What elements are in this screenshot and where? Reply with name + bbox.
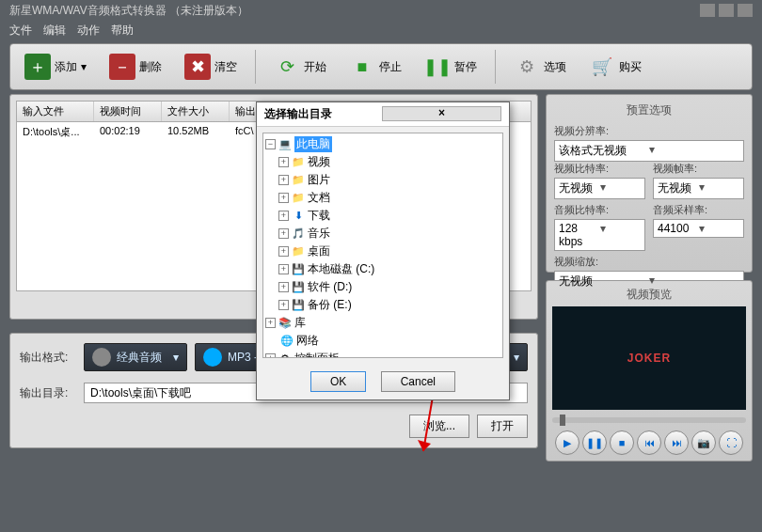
preview-panel: 视频预览 JOKER ▶ ❚❚ ■ ⏮ ⏭ 📷 ⛶ bbox=[546, 280, 753, 462]
progress-slider[interactable] bbox=[552, 417, 746, 423]
tree-node-pictures[interactable]: +📁图片 bbox=[265, 171, 500, 189]
clear-button[interactable]: ✖清空 bbox=[176, 49, 246, 85]
tree-node-video[interactable]: +📁视频 bbox=[265, 153, 500, 171]
disc-icon bbox=[92, 348, 111, 367]
col-duration[interactable]: 视频时间 bbox=[94, 102, 162, 121]
tree-node-music[interactable]: +🎵音乐 bbox=[265, 225, 500, 243]
browse-button[interactable]: 浏览... bbox=[409, 415, 469, 438]
dialog-close-button[interactable]: × bbox=[382, 106, 501, 121]
clear-icon: ✖ bbox=[184, 54, 211, 80]
chevron-down-icon: ▾ bbox=[514, 351, 519, 364]
maximize-button[interactable] bbox=[719, 4, 734, 17]
titlebar: 新星WMA/WAV音频格式转换器 （未注册版本） bbox=[0, 0, 762, 21]
folder-tree[interactable]: −💻此电脑 +📁视频 +📁图片 +📁文档 +⬇下载 +🎵音乐 +📁桌面 +💾本地… bbox=[262, 133, 503, 358]
open-button[interactable]: 打开 bbox=[477, 415, 528, 438]
add-button[interactable]: ＋添加▾ bbox=[16, 49, 95, 85]
menu-edit[interactable]: 编辑 bbox=[43, 23, 66, 39]
minimize-button[interactable] bbox=[700, 4, 715, 17]
abitrate-select[interactable]: 128 kbps▾ bbox=[554, 219, 645, 251]
stop-button[interactable]: ■停止 bbox=[341, 49, 410, 85]
cart-icon: 🛒 bbox=[589, 54, 615, 80]
menubar: 文件 编辑 动作 帮助 bbox=[0, 21, 762, 39]
tree-node-cpanel[interactable]: +⚙控制面板 bbox=[265, 350, 500, 358]
slider-thumb[interactable] bbox=[560, 415, 565, 426]
preset-panel: 预置选项 视频分辨率: 该格式无视频▾ 视频比特率:无视频▾ 视频帧率:无视频▾… bbox=[546, 94, 753, 273]
fullscreen-button[interactable]: ⛶ bbox=[719, 430, 743, 455]
menu-file[interactable]: 文件 bbox=[9, 23, 32, 39]
menu-action[interactable]: 动作 bbox=[77, 23, 100, 39]
menu-help[interactable]: 帮助 bbox=[111, 23, 134, 39]
toolbar: ＋添加▾ －删除 ✖清空 ⟳开始 ■停止 ❚❚暂停 ⚙选项 🛒购买 bbox=[9, 43, 753, 90]
pause-button[interactable]: ❚❚暂停 bbox=[416, 49, 485, 85]
col-file[interactable]: 输入文件 bbox=[17, 102, 94, 121]
stop-preview-button[interactable]: ■ bbox=[610, 430, 634, 455]
prev-button[interactable]: ⏮ bbox=[637, 430, 661, 455]
tree-node-diske[interactable]: +💾备份 (E:) bbox=[265, 296, 500, 314]
start-button[interactable]: ⟳开始 bbox=[265, 49, 335, 85]
col-size[interactable]: 文件大小 bbox=[162, 102, 230, 121]
pause-icon: ❚❚ bbox=[424, 54, 451, 80]
add-icon: ＋ bbox=[24, 54, 51, 80]
dialog-titlebar[interactable]: 选择输出目录 × bbox=[257, 102, 509, 127]
dialog-ok-button[interactable]: OK bbox=[310, 371, 366, 392]
tree-node-lib[interactable]: +📚库 bbox=[265, 314, 500, 332]
dialog-cancel-button[interactable]: Cancel bbox=[381, 371, 455, 392]
delete-button[interactable]: －删除 bbox=[101, 49, 170, 85]
window-title: 新星WMA/WAV音频格式转换器 （未注册版本） bbox=[9, 3, 696, 19]
tree-node-desktop[interactable]: +📁桌面 bbox=[265, 243, 500, 260]
stop-icon: ■ bbox=[349, 54, 375, 80]
tree-node-diskc[interactable]: +💾本地磁盘 (C:) bbox=[265, 260, 500, 278]
tree-node-docs[interactable]: +📁文档 bbox=[265, 189, 500, 207]
next-button[interactable]: ⏭ bbox=[664, 430, 689, 455]
video-preview: JOKER bbox=[552, 306, 746, 410]
vfps-select[interactable]: 无视频▾ bbox=[653, 178, 744, 199]
video-res-select[interactable]: 该格式无视频▾ bbox=[554, 140, 744, 162]
close-button[interactable] bbox=[738, 4, 753, 17]
dialog-title: 选择输出目录 bbox=[264, 106, 382, 122]
dir-label: 输出目录: bbox=[20, 385, 76, 401]
tree-node-diskd[interactable]: +💾软件 (D:) bbox=[265, 278, 500, 296]
folder-dialog: 选择输出目录 × −💻此电脑 +📁视频 +📁图片 +📁文档 +⬇下载 +🎵音乐 … bbox=[256, 102, 510, 400]
delete-icon: － bbox=[109, 54, 135, 80]
tree-node-downloads[interactable]: +⬇下载 bbox=[265, 207, 500, 225]
buy-button[interactable]: 🛒购买 bbox=[580, 49, 650, 85]
pause-preview-button[interactable]: ❚❚ bbox=[582, 430, 607, 455]
snapshot-button[interactable]: 📷 bbox=[691, 430, 716, 455]
tree-node-network[interactable]: 🌐网络 bbox=[265, 332, 500, 350]
options-button[interactable]: ⚙选项 bbox=[505, 49, 575, 85]
preset-title: 预置选项 bbox=[554, 102, 744, 118]
asample-select[interactable]: 44100▾ bbox=[653, 219, 744, 238]
format-icon bbox=[203, 348, 222, 367]
vbitrate-select[interactable]: 无视频▾ bbox=[554, 178, 645, 199]
tree-node-pc[interactable]: −💻此电脑 bbox=[265, 135, 500, 153]
classic-combo[interactable]: 经典音频 ▾ bbox=[84, 343, 187, 371]
play-button[interactable]: ▶ bbox=[555, 430, 579, 455]
gear-icon: ⚙ bbox=[514, 54, 540, 80]
start-icon: ⟳ bbox=[274, 54, 300, 80]
format-label: 输出格式: bbox=[20, 350, 76, 366]
chevron-down-icon: ▾ bbox=[173, 351, 179, 364]
